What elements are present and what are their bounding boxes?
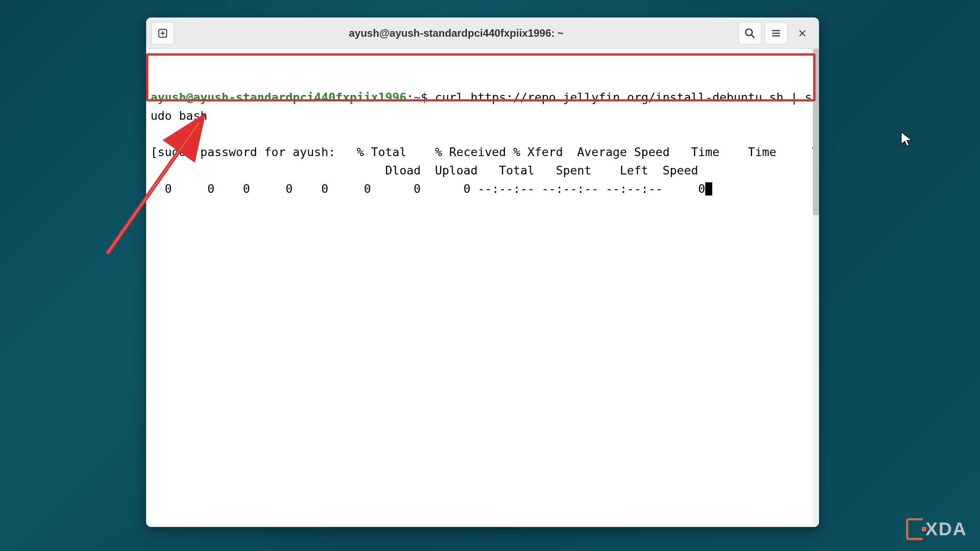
close-button[interactable] — [791, 22, 814, 45]
scrollbar[interactable] — [813, 49, 819, 527]
output-line-2: Dload Upload Total Spent Left Speed — [150, 164, 698, 177]
mouse-cursor-icon — [900, 131, 914, 149]
terminal-content[interactable]: ayush@ayush-standardpci440fxpiix1996:~$ … — [146, 49, 819, 527]
output-line-1: [sudo] password for ayush: % Total % Rec… — [150, 145, 819, 159]
prompt-path: ~ — [413, 91, 420, 104]
close-icon — [798, 29, 807, 38]
new-tab-button[interactable] — [151, 22, 174, 45]
xda-text: XDA — [925, 519, 967, 540]
xda-watermark: XDA — [906, 518, 967, 540]
terminal-window: ayush@ayush-standardpci440fxpiix1996: ~ — [146, 17, 819, 527]
plus-icon — [158, 28, 168, 38]
output-line-3: 0 0 0 0 0 0 0 0 --:--:-- --:--:-- --:--:… — [150, 182, 705, 195]
search-icon — [744, 28, 756, 39]
xda-bracket-icon — [906, 518, 923, 540]
prompt-sep: : — [406, 91, 413, 104]
prompt-dollar: $ — [421, 91, 428, 104]
title-bar: ayush@ayush-standardpci440fxpiix1996: ~ — [146, 17, 819, 49]
window-title: ayush@ayush-standardpci440fxpiix1996: ~ — [178, 27, 735, 39]
search-button[interactable] — [738, 22, 761, 45]
hamburger-icon — [771, 28, 781, 38]
scrollbar-thumb[interactable] — [813, 49, 819, 215]
menu-button[interactable] — [765, 22, 788, 45]
terminal-cursor — [705, 182, 712, 195]
prompt-user-host: ayush@ayush-standardpci440fxpiix1996 — [150, 91, 406, 104]
